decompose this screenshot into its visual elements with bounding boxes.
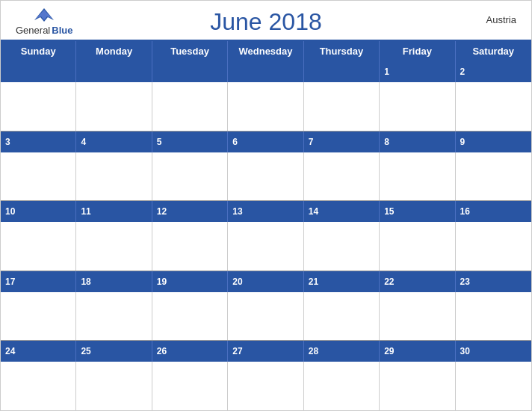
week-3: 10 11 12 13 14 15 16 [1, 201, 531, 271]
week-4-day-0: 17 [1, 271, 76, 292]
week-1-day-4 [304, 61, 380, 82]
week-5-body-4 [304, 362, 380, 410]
week-3-body-1 [76, 222, 152, 271]
week-5-day-4: 28 [304, 341, 380, 362]
week-4-body-3 [228, 292, 303, 341]
calendar-grid: Sunday Monday Tuesday Wednesday Thursday… [1, 40, 531, 410]
week-1-body-1 [76, 82, 152, 131]
week-2-day-3: 6 [228, 132, 303, 152]
header-thursday: Thursday [304, 41, 380, 61]
week-2-body [1, 152, 531, 201]
week-2-body-3 [228, 152, 303, 201]
header-wednesday: Wednesday [228, 41, 303, 61]
week-1-day-2 [152, 61, 228, 82]
week-4-day-6: 23 [456, 271, 531, 292]
week-2-body-0 [1, 152, 76, 201]
week-3-day-2: 12 [152, 201, 228, 222]
week-2-body-1 [76, 152, 152, 201]
week-1-body-6 [456, 82, 531, 131]
week-4-day-1: 18 [76, 271, 152, 292]
week-3-body [1, 222, 531, 271]
week-3-header: 10 11 12 13 14 15 16 [1, 201, 531, 222]
week-3-day-3: 13 [228, 201, 303, 222]
week-3-day-4: 14 [304, 201, 380, 222]
week-3-day-6: 16 [456, 201, 531, 222]
week-3-body-2 [152, 222, 228, 271]
week-4-header: 17 18 19 20 21 22 23 [1, 271, 531, 292]
week-2-body-2 [152, 152, 228, 201]
week-5-body-1 [76, 362, 152, 410]
week-5: 24 25 26 27 28 29 30 [1, 341, 531, 410]
header-friday: Friday [380, 41, 455, 61]
week-2-header: 3 4 5 6 7 8 9 [1, 132, 531, 152]
svg-marker-1 [36, 10, 52, 20]
week-4-body-1 [76, 292, 152, 341]
week-1-body [1, 82, 531, 131]
week-5-day-5: 29 [380, 341, 455, 362]
week-1-day-6: 2 [456, 61, 531, 82]
week-2-body-5 [380, 152, 455, 201]
week-1-day-3 [228, 61, 303, 82]
week-2: 3 4 5 6 7 8 9 [1, 132, 531, 202]
week-3-body-3 [228, 222, 303, 271]
week-4-body-0 [1, 292, 76, 341]
week-5-day-6: 30 [456, 341, 531, 362]
week-1-body-3 [228, 82, 303, 131]
header-monday: Monday [76, 41, 152, 61]
week-1-body-0 [1, 82, 76, 131]
week-4-day-2: 19 [152, 271, 228, 292]
week-5-header: 24 25 26 27 28 29 30 [1, 341, 531, 362]
week-4-day-4: 21 [304, 271, 380, 292]
week-5-body-2 [152, 362, 228, 410]
header-saturday: Saturday [456, 41, 531, 61]
week-4-body-2 [152, 292, 228, 341]
week-4-body [1, 292, 531, 341]
week-5-day-1: 25 [76, 341, 152, 362]
week-3-body-5 [380, 222, 455, 271]
week-1-body-4 [304, 82, 380, 131]
header-sunday: Sunday [1, 41, 76, 61]
week-1-body-2 [152, 82, 228, 131]
calendar-header: General Blue June 2018 Austria [1, 1, 531, 40]
header-tuesday: Tuesday [152, 41, 228, 61]
week-3-body-4 [304, 222, 380, 271]
week-4: 17 18 19 20 21 22 23 [1, 271, 531, 342]
week-2-day-6: 9 [456, 132, 531, 152]
day-headers-row: Sunday Monday Tuesday Wednesday Thursday… [1, 41, 531, 61]
weeks-container: 1 2 3 4 5 6 [1, 61, 531, 410]
week-5-body-3 [228, 362, 303, 410]
week-2-day-5: 8 [380, 132, 455, 152]
week-2-day-4: 7 [304, 132, 380, 152]
week-5-day-0: 24 [1, 341, 76, 362]
week-1-body-5 [380, 82, 455, 131]
week-2-day-2: 5 [152, 132, 228, 152]
week-3-day-0: 10 [1, 201, 76, 222]
week-5-body [1, 362, 531, 410]
calendar-title: June 2018 [210, 8, 321, 36]
week-2-body-6 [456, 152, 531, 201]
week-5-body-5 [380, 362, 455, 410]
week-4-body-4 [304, 292, 380, 341]
week-1-day-5: 1 [380, 61, 455, 82]
week-3-body-6 [456, 222, 531, 271]
logo-general: General [16, 25, 50, 36]
week-2-body-4 [304, 152, 380, 201]
week-5-body-0 [1, 362, 76, 410]
week-4-day-5: 22 [380, 271, 455, 292]
week-3-day-1: 11 [76, 201, 152, 222]
calendar-container: General Blue June 2018 Austria Sunday Mo… [0, 0, 532, 411]
week-1-day-0 [1, 61, 76, 82]
week-5-day-2: 26 [152, 341, 228, 362]
week-4-body-5 [380, 292, 455, 341]
logo-area: General Blue [16, 7, 72, 36]
week-1: 1 2 [1, 61, 531, 132]
week-1-header: 1 2 [1, 61, 531, 82]
week-4-day-3: 20 [228, 271, 303, 292]
logo-blue: Blue [52, 25, 72, 36]
week-2-day-1: 4 [76, 132, 152, 152]
week-3-body-0 [1, 222, 76, 271]
week-1-day-1 [76, 61, 152, 82]
title-area: June 2018 [210, 8, 321, 36]
logo-bird-icon [33, 7, 55, 23]
week-3-day-5: 15 [380, 201, 455, 222]
